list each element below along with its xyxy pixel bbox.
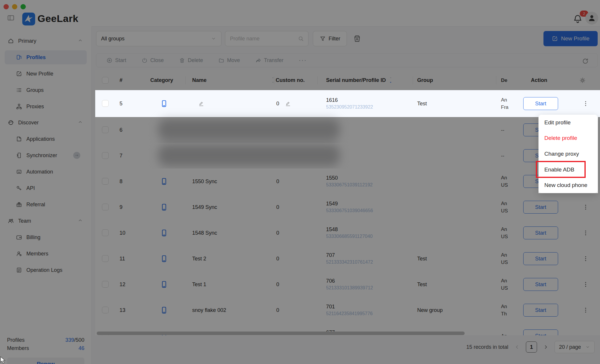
- group-name: New group: [417, 297, 443, 323]
- sidebar-item-proxies[interactable]: Proxies: [5, 99, 87, 114]
- serial-profile-id: 1550533306751039112192: [326, 174, 373, 188]
- row-menu-icon[interactable]: [582, 246, 589, 272]
- row-checkbox[interactable]: [102, 178, 109, 185]
- profile-name-search[interactable]: [225, 31, 308, 46]
- table-row[interactable]: 13snoy flake 0020 701521164235841995776N…: [95, 297, 600, 323]
- menu-item-delete-profile[interactable]: Delete profile: [538, 131, 598, 146]
- start-button[interactable]: Start: [523, 329, 558, 335]
- row-index: 11: [120, 246, 125, 272]
- filter-button[interactable]: Filter: [313, 31, 347, 46]
- sync-badge: [73, 152, 80, 159]
- category-phone-icon: [160, 272, 168, 297]
- row-checkbox[interactable]: [102, 255, 109, 262]
- sidebar-item-referral[interactable]: Referral: [5, 198, 87, 212]
- sidebar-group-discover[interactable]: Discover: [5, 116, 87, 130]
- close-action-button[interactable]: Close: [142, 57, 164, 63]
- sidebar-item-profiles[interactable]: Profiles: [5, 50, 87, 64]
- menu-item-edit-profile[interactable]: Edit profile: [538, 115, 598, 131]
- row-checkbox[interactable]: [102, 281, 109, 288]
- sort-control[interactable]: [271, 75, 275, 85]
- sidebar-item-synchronizer[interactable]: Synchronizer: [5, 148, 87, 162]
- horizontal-scrollbar[interactable]: [97, 332, 465, 335]
- transfer-action-button[interactable]: Transfer: [255, 57, 283, 63]
- current-page[interactable]: 1: [526, 341, 537, 353]
- table-row[interactable]: 7--Start: [95, 143, 600, 169]
- row-index: 9: [120, 194, 122, 220]
- profiles-used: 339: [65, 337, 74, 343]
- row-checkbox[interactable]: [102, 152, 109, 159]
- pencil-icon: [198, 101, 204, 107]
- sidebar-item-groups[interactable]: Groups: [5, 83, 87, 97]
- sidebar-group-primary[interactable]: Primary: [5, 34, 87, 48]
- serial-profile-id: 706521333101389939712: [326, 277, 373, 291]
- start-button[interactable]: Start: [523, 278, 558, 291]
- start-button[interactable]: Start: [523, 304, 558, 317]
- edit-custom-no-icon[interactable]: [285, 90, 291, 117]
- category-phone-icon: [160, 90, 168, 117]
- sidebar-item-applications[interactable]: Applications: [5, 132, 87, 146]
- column-settings-gear[interactable]: [579, 70, 586, 90]
- window-zoom-button[interactable]: [21, 4, 26, 9]
- sidebar-item-api[interactable]: API: [5, 181, 87, 195]
- brand-title: GeeLark: [38, 13, 79, 24]
- row-menu-icon[interactable]: [582, 194, 589, 220]
- prev-page-button[interactable]: [514, 344, 520, 350]
- refresh-icon[interactable]: [582, 57, 589, 65]
- sidebar-item-operation-logs[interactable]: Operation Logs: [5, 263, 87, 277]
- pagination: 15 records in total 1 20 / page: [346, 339, 598, 355]
- start-button[interactable]: Start: [523, 252, 558, 265]
- row-menu-icon[interactable]: [582, 220, 589, 246]
- user-avatar[interactable]: [585, 12, 598, 25]
- row-checkbox[interactable]: [102, 204, 109, 210]
- more-actions-button[interactable]: ···: [299, 56, 307, 64]
- next-page-button[interactable]: [543, 344, 549, 350]
- sidebar-group-team[interactable]: Team: [5, 214, 87, 228]
- page-size-select[interactable]: 20 / page: [555, 341, 595, 353]
- row-index: 5: [120, 90, 122, 117]
- menu-item-new-cloud-phone[interactable]: New cloud phone: [538, 177, 598, 193]
- table-row[interactable]: 81550 Sync0 1550533306751039112192AnUSSt…: [95, 169, 600, 195]
- new-profile-button[interactable]: New Profile: [543, 31, 598, 46]
- row-checkbox[interactable]: [102, 307, 109, 313]
- row-index: 13: [120, 297, 125, 323]
- row-menu-icon[interactable]: [582, 272, 589, 297]
- play-icon: [106, 57, 112, 63]
- row-checkbox[interactable]: [102, 100, 109, 107]
- start-action-button[interactable]: Start: [106, 57, 126, 63]
- device-info: AnUS: [501, 251, 509, 266]
- window-minimize-button[interactable]: [12, 4, 17, 9]
- custom-no: 0: [276, 272, 279, 297]
- window-close-button[interactable]: [4, 4, 9, 9]
- renew-button[interactable]: Renew: [7, 358, 84, 364]
- table-row[interactable]: 91549 Sync0 1549533306751039046656AnUSSt…: [95, 194, 600, 220]
- menu-item-change-proxy[interactable]: Change proxy: [538, 146, 598, 162]
- table-row[interactable]: 50 1616535230952071233922TestAnFraStart: [95, 90, 600, 117]
- table-row[interactable]: 11Test 20 707521333342310761472TestAnUSS…: [95, 246, 600, 272]
- column-index: #: [120, 70, 122, 90]
- group-filter-select[interactable]: All groups: [96, 31, 221, 46]
- row-checkbox[interactable]: [102, 229, 109, 236]
- sidebar-item-billing[interactable]: Billing: [5, 230, 87, 244]
- move-action-button[interactable]: Move: [218, 57, 240, 63]
- table-row[interactable]: 6--Start: [95, 117, 600, 143]
- start-button[interactable]: Start: [523, 201, 558, 214]
- automation-icon: [16, 169, 22, 175]
- table-row[interactable]: 12Test 10 706521333101389939712TestAnUSS…: [95, 272, 600, 298]
- profiles-usage-label: Profiles: [7, 337, 25, 343]
- row-menu-icon[interactable]: [582, 90, 589, 117]
- sidebar-item-members[interactable]: Members: [5, 247, 87, 261]
- sidebar-item-new-profile[interactable]: New Profile: [5, 67, 87, 81]
- delete-action-button[interactable]: Delete: [179, 57, 203, 63]
- edit-name-icon[interactable]: [198, 90, 204, 117]
- row-menu-icon[interactable]: [582, 297, 589, 323]
- row-checkbox[interactable]: [102, 126, 109, 133]
- table-row[interactable]: 101548 Sync0 1548533306685591127040AnUSS…: [95, 220, 600, 246]
- search-input[interactable]: [229, 35, 289, 42]
- sort-control[interactable]: [389, 75, 393, 85]
- clear-basket-icon[interactable]: [353, 34, 362, 43]
- start-button[interactable]: Start: [523, 97, 558, 110]
- sidebar-toggle-icon[interactable]: [7, 14, 15, 22]
- sidebar-item-automation[interactable]: Automation: [5, 165, 87, 179]
- select-all-checkbox[interactable]: [102, 77, 109, 84]
- start-button[interactable]: Start: [523, 226, 558, 239]
